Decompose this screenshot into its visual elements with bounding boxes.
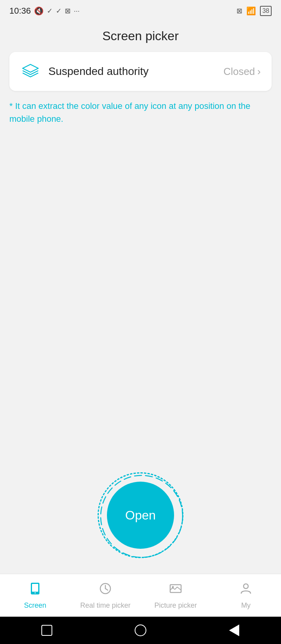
main-content: Suspended authority Closed › * It can ex… bbox=[0, 52, 281, 449]
nav-back-button[interactable] bbox=[227, 623, 241, 637]
status-time: 10:36 🔇 ✓ ✓ ⊠ ··· bbox=[9, 6, 80, 16]
note-text: * It can extract the color value of any … bbox=[9, 100, 272, 125]
check-icon-1: ✓ bbox=[47, 7, 53, 15]
bottom-nav: Screen Real time picker Picture picker bbox=[0, 574, 281, 617]
card-left: Suspended authority bbox=[20, 61, 149, 82]
mute-icon: 🔇 bbox=[34, 6, 44, 16]
time-text: 10:36 bbox=[9, 6, 31, 16]
authority-label: Suspended authority bbox=[48, 65, 149, 78]
svg-line-7 bbox=[105, 589, 108, 590]
svg-point-10 bbox=[244, 584, 248, 589]
more-icon: ··· bbox=[74, 7, 80, 15]
nav-item-realtime[interactable]: Real time picker bbox=[70, 582, 140, 610]
status-bar: 10:36 🔇 ✓ ✓ ⊠ ··· ⊠ 📶 38 bbox=[0, 0, 281, 22]
screen-nav-icon bbox=[28, 582, 42, 599]
back-icon bbox=[229, 624, 239, 636]
my-nav-icon bbox=[239, 582, 253, 599]
realtime-nav-label: Real time picker bbox=[80, 601, 130, 610]
svg-rect-3 bbox=[32, 584, 38, 592]
home-icon bbox=[135, 624, 146, 636]
svg-point-4 bbox=[35, 592, 36, 593]
realtime-nav-icon bbox=[98, 582, 112, 599]
system-nav-bar bbox=[0, 617, 281, 644]
svg-point-9 bbox=[172, 586, 174, 588]
page-header: Screen picker bbox=[0, 22, 281, 52]
wifi-icon: 📶 bbox=[246, 6, 256, 16]
nav-recents-button[interactable] bbox=[40, 623, 54, 637]
blocked-icon: ⊠ bbox=[65, 7, 71, 15]
picture-nav-icon bbox=[169, 582, 183, 599]
nav-item-my[interactable]: My bbox=[211, 582, 281, 610]
battery-text: 38 bbox=[262, 7, 269, 14]
my-nav-label: My bbox=[241, 601, 251, 610]
battery-indicator: 38 bbox=[260, 6, 272, 16]
nav-item-picture[interactable]: Picture picker bbox=[140, 582, 211, 610]
nav-item-screen[interactable]: Screen bbox=[0, 582, 70, 610]
authority-card[interactable]: Suspended authority Closed › bbox=[9, 52, 272, 91]
nav-home-button[interactable] bbox=[133, 623, 148, 637]
svg-marker-0 bbox=[23, 64, 38, 72]
open-button-area: Open bbox=[0, 449, 281, 574]
card-right: Closed › bbox=[223, 66, 261, 78]
recents-icon bbox=[41, 625, 52, 636]
authority-status: Closed bbox=[223, 66, 255, 78]
picture-nav-label: Picture picker bbox=[154, 601, 197, 610]
screen-nav-label: Screen bbox=[24, 601, 46, 610]
chevron-icon: › bbox=[257, 66, 261, 78]
check-icon-2: ✓ bbox=[56, 7, 62, 15]
layers-icon bbox=[20, 61, 41, 82]
x-icon: ⊠ bbox=[237, 7, 242, 15]
status-right-icons: ⊠ 📶 38 bbox=[237, 6, 272, 16]
page-title: Screen picker bbox=[102, 29, 179, 43]
open-button-outer-ring: Open bbox=[98, 472, 183, 558]
svg-point-1 bbox=[101, 475, 183, 557]
